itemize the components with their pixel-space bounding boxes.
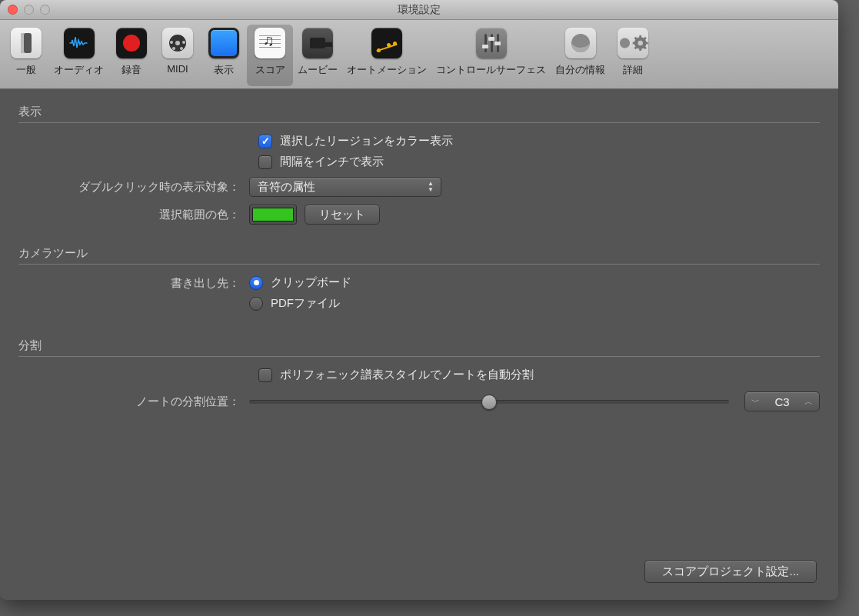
label-split-point: ノートの分割位置： — [18, 395, 249, 409]
footer: スコアプロジェクト設定... — [644, 560, 817, 583]
reset-button[interactable]: リセット — [305, 205, 380, 225]
tab-label: オートメーション — [347, 63, 427, 77]
divider — [18, 122, 820, 123]
tab-control-surfaces[interactable]: コントロールサーフェス — [431, 25, 551, 86]
camera-icon — [302, 28, 333, 58]
svg-line-9 — [634, 46, 637, 48]
color-well-selection[interactable] — [249, 205, 297, 225]
slider-split-point[interactable] — [249, 400, 729, 404]
checkbox-label: 間隔をインチで表示 — [280, 155, 384, 169]
radio-clipboard[interactable] — [249, 276, 263, 290]
person-icon — [565, 28, 596, 58]
tab-label: コントロールサーフェス — [436, 63, 546, 77]
section-title: カメラツール — [18, 246, 820, 264]
tab-movie[interactable]: ムービー — [293, 25, 342, 86]
tab-display[interactable]: 表示 — [201, 25, 247, 86]
svg-point-1 — [638, 41, 642, 45]
section-display: 表示 選択したリージョンをカラー表示 間隔をインチで表示 ダブルクリック時の表示… — [18, 105, 820, 225]
tab-midi[interactable]: MIDI — [155, 25, 201, 86]
tab-label: 録音 — [122, 63, 142, 77]
stepper-split-point[interactable]: ﹀ C3 ︿ — [744, 391, 820, 411]
midi-icon — [162, 28, 193, 58]
score-project-settings-button[interactable]: スコアプロジェクト設定... — [644, 560, 817, 583]
tab-label: オーディオ — [54, 63, 104, 77]
color-swatch — [252, 208, 294, 221]
divider — [18, 264, 820, 265]
tab-general[interactable]: 一般 — [3, 25, 49, 86]
window-title: 環境設定 — [0, 3, 838, 17]
switch-icon — [11, 28, 42, 58]
tab-label: 表示 — [214, 63, 234, 77]
tab-automation[interactable]: オートメーション — [342, 25, 431, 86]
divider — [18, 356, 820, 357]
checkbox-label: 選択したリージョンをカラー表示 — [280, 134, 453, 148]
chevron-down-icon: ﹀ — [751, 396, 760, 408]
tab-label: 一般 — [16, 63, 36, 77]
tab-label: 詳細 — [623, 63, 643, 77]
section-title: 分割 — [18, 338, 820, 356]
checkbox-inches[interactable] — [258, 155, 272, 169]
svg-line-8 — [644, 38, 646, 40]
toolbar: 一般 オーディオ 録音 MIDI 表示 スコア ムービー — [0, 20, 838, 89]
updown-icon: ▲▼ — [425, 180, 436, 194]
tab-label: スコア — [255, 63, 285, 77]
checkbox-color-regions[interactable] — [258, 135, 272, 148]
tab-label: ムービー — [298, 63, 338, 77]
gear-icon — [618, 28, 648, 58]
tab-audio[interactable]: オーディオ — [49, 25, 108, 86]
section-title: 表示 — [18, 105, 820, 122]
label-export-dest: 書き出し先： — [18, 275, 249, 291]
section-camera-tool: カメラツール 書き出し先： クリップボード PDFファイル — [18, 246, 820, 317]
stepper-value: C3 — [771, 395, 794, 408]
titlebar: 環境設定 — [0, 0, 838, 20]
radio-label: PDFファイル — [271, 296, 340, 311]
waveform-icon — [64, 28, 95, 58]
section-split: 分割 ポリフォニック譜表スタイルでノートを自動分割 ノートの分割位置： ﹀ C3… — [18, 338, 820, 411]
score-icon — [255, 28, 285, 58]
tab-my-info[interactable]: 自分の情報 — [551, 25, 610, 86]
tab-score[interactable]: スコア — [247, 25, 293, 86]
monitor-icon — [208, 28, 239, 58]
record-icon — [116, 28, 147, 58]
tab-label: 自分の情報 — [555, 63, 605, 77]
radio-label: クリップボード — [271, 275, 351, 290]
tab-advanced[interactable]: 詳細 — [610, 25, 656, 86]
select-value: 音符の属性 — [258, 180, 315, 195]
slider-thumb[interactable] — [481, 395, 497, 410]
select-doubleclick-target[interactable]: 音符の属性 ▲▼ — [249, 177, 441, 197]
checkbox-auto-split[interactable] — [258, 368, 272, 382]
label-selection-color: 選択範囲の色： — [18, 208, 249, 222]
radio-pdf[interactable] — [249, 297, 263, 311]
faders-icon — [476, 28, 507, 58]
label-doubleclick: ダブルクリック時の表示対象： — [18, 180, 249, 195]
svg-line-7 — [644, 46, 646, 48]
tab-label: MIDI — [167, 63, 188, 75]
tab-record[interactable]: 録音 — [108, 25, 155, 86]
content-area: 表示 選択したリージョンをカラー表示 間隔をインチで表示 ダブルクリック時の表示… — [0, 89, 838, 445]
preferences-window: 環境設定 一般 オーディオ 録音 MIDI 表示 スコア — [0, 0, 838, 600]
checkbox-label: ポリフォニック譜表スタイルでノートを自動分割 — [280, 368, 534, 382]
automation-icon — [371, 28, 402, 58]
svg-line-6 — [634, 38, 637, 40]
chevron-up-icon: ︿ — [804, 396, 813, 408]
